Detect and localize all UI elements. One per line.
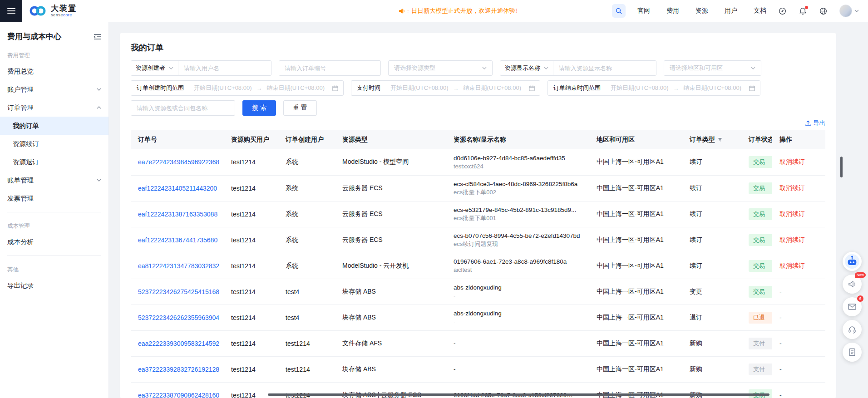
end-time-range[interactable]: 订单结束时间范围 开始日期(UTC+08:00) → 结束日期(UTC+08:0… [547,80,760,96]
sidebar-item-resource-renewal[interactable]: 资源续订 [0,135,108,153]
vertical-scrollbar-thumb[interactable] [840,157,843,177]
start-date-field[interactable]: 开始日期(UTC+08:00) [386,84,453,92]
create-time-range[interactable]: 订单创建时间范围 开始日期(UTC+08:00) → 结束日期(UTC+08:0… [131,80,344,96]
range-arrow: → [673,85,679,92]
cancel-renewal-link[interactable]: 取消续订 [779,184,805,192]
order-number-link[interactable]: ea372223392832726192128 [138,366,219,373]
display-name-select[interactable]: 资源显示名称 [500,61,553,75]
creator-cell: 系统 [278,201,335,227]
order-status-badge: 交易 [749,260,772,272]
order-number-link[interactable]: eaa22223393009583214592 [138,340,219,347]
order-number-link[interactable]: eaf12224231387163353088 [138,211,217,218]
package-name-input[interactable] [131,101,235,115]
nav-billing[interactable]: 费用 [666,7,679,15]
nav-users[interactable]: 用户 [725,7,737,15]
filter-funnel-icon[interactable] [717,137,723,142]
table-row: eaf12224231367441735680 test1214 系统 云服务器… [131,227,825,253]
survey-button[interactable] [843,343,862,362]
horizontal-scrollbar-thumb[interactable] [268,393,769,396]
notifications-button[interactable] [799,7,807,15]
order-number-link[interactable]: ea812224231347783032832 [138,262,219,270]
nav-docs[interactable]: 文档 [754,7,766,15]
sidebar-collapse-button[interactable] [94,34,101,40]
end-date-field[interactable]: 结束日期(UTC+08:00) [459,84,526,92]
sidebar-item-fee-overview[interactable]: 费用总览 [0,62,108,80]
sidebar-item-cost-analysis[interactable]: 成本分析 [0,233,108,251]
order-number-link[interactable]: ea372223387090862428160 [138,392,219,398]
sidebar-item-order-management[interactable]: 订单管理 [0,98,108,117]
sidebar-item-resource-unsubscribe[interactable]: 资源退订 [0,153,108,171]
end-date-field[interactable]: 结束日期(UTC+08:00) [262,84,330,92]
action-cell: - [772,279,825,305]
no-action-placeholder: - [779,366,782,373]
table-body: ea7e2224234984596922368 test1214 系统 Mode… [131,149,825,398]
nav-resources[interactable]: 资源 [695,7,708,15]
display-name-input[interactable] [553,61,656,75]
action-cell: 取消续订 [772,149,825,175]
order-no-cell: ea372223392832726192128 [131,356,224,382]
resource-name: - [454,365,582,373]
pay-time-range[interactable]: 支付时间 开始日期(UTC+08:00) → 结束日期(UTC+08:00) [351,80,540,96]
search-submit-button[interactable]: 搜 索 [242,100,276,116]
order-number-link[interactable]: 52372223426262355963904 [138,314,219,321]
promotions-button[interactable]: New [843,275,862,294]
resource-display-name: ecs批量下单002 [454,188,582,197]
creator-select[interactable]: 资源创建者 [131,61,178,75]
logo-title: 大装置 [51,5,77,13]
sidebar-item-label: 发票管理 [7,194,34,203]
order-no-cell: 52372223426262355963904 [131,305,224,330]
order-number-input[interactable] [279,61,380,75]
messages-button[interactable]: 6 [843,297,862,316]
order-number-link[interactable]: ea7e2224234984596922368 [138,158,219,166]
start-date-field[interactable]: 开始日期(UTC+08:00) [606,84,673,92]
export-label: 导出 [813,119,825,128]
user-avatar[interactable] [839,5,859,17]
order-number-link[interactable]: eaf12224231405211443200 [138,185,217,192]
resource-type-select[interactable]: 请选择资源类型 [388,60,493,76]
cancel-renewal-link[interactable]: 取消续订 [779,236,805,243]
compass-button[interactable] [778,7,787,15]
menu-button[interactable] [0,0,22,22]
username-input[interactable] [178,61,271,75]
sidebar-item-my-orders[interactable]: 我的订单 [0,117,108,135]
message-count-badge: 6 [857,295,863,302]
nav-official-site[interactable]: 官网 [637,7,650,15]
end-date-field[interactable]: 结束日期(UTC+08:00) [679,84,746,92]
creator-filter: 资源创建者 [131,60,271,76]
search-button[interactable] [612,4,626,18]
envelope-icon [848,302,857,311]
table-header: 订单号 资源购买用户 订单创建用户 资源类型 资源名称/显示名称 地区和可用区 … [131,130,825,149]
sidebar-item-export-records[interactable]: 导出记录 [0,276,108,295]
survey-icon [848,348,857,357]
export-button[interactable]: 导出 [805,119,825,128]
order-type-cell: 续订 [682,175,741,201]
region-cell: 中国上海一区-可用区A1 [589,253,682,279]
no-action-placeholder: - [779,392,782,398]
order-type-cell: 续订 [682,253,741,279]
cancel-renewal-link[interactable]: 取消续订 [779,210,805,217]
cancel-renewal-link[interactable]: 取消续订 [779,158,805,165]
order-number-link[interactable]: eaf12224231367441735680 [138,236,217,244]
order-number-link[interactable]: 52372223426275425415168 [138,288,219,295]
sidebar-item-invoice-management[interactable]: 发票管理 [0,189,108,207]
reset-button[interactable]: 重 置 [283,100,317,116]
buyer-cell: test1214 [224,330,278,356]
chevron-down-icon [169,67,173,69]
region-select[interactable]: 请选择地区和可用区 [664,60,761,76]
chevron-down-icon [751,67,755,69]
start-date-field[interactable]: 开始日期(UTC+08:00) [189,84,256,92]
assistant-robot-button[interactable] [843,252,862,271]
cancel-renewal-link[interactable]: 取消续订 [779,262,805,269]
status-cell: 交易 [741,149,772,175]
top-header: 大装置 sensecore : 日日新大模型正式开放，欢迎开通体验! 官网 费用… [0,0,868,22]
order-type-cell: 新购 [682,356,741,382]
resource-type-cell: ModelStudio - 云开发机 [335,253,446,279]
sidebar-item-account-management[interactable]: 账户管理 [0,80,108,98]
resource-display-name: aicltest [454,266,582,274]
action-cell: 取消续订 [772,227,825,253]
sidebar-item-bill-management[interactable]: 账单管理 [0,171,108,189]
language-button[interactable] [819,7,828,15]
status-cell: 交易 [741,201,772,227]
logo[interactable]: 大装置 sensecore [29,5,77,17]
support-button[interactable] [843,320,862,339]
